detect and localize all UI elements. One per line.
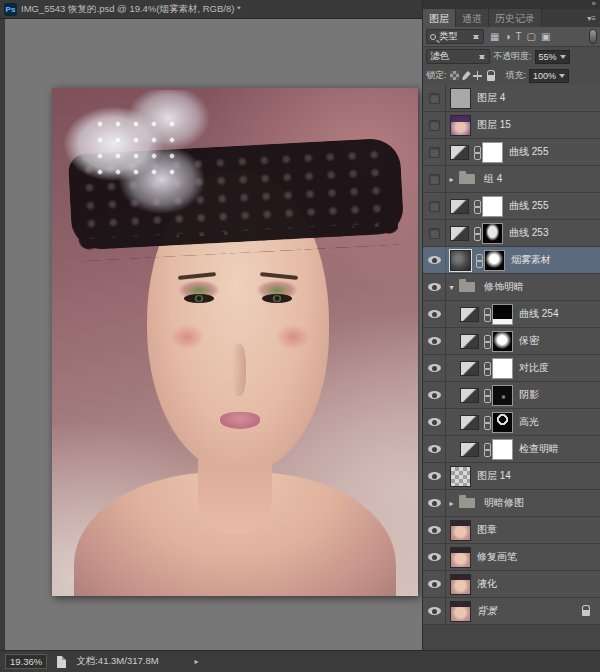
visibility-toggle[interactable] [423,544,446,570]
layer-thumbnail[interactable] [450,520,471,541]
layer-thumbnail[interactable] [450,547,471,568]
layer-row-background[interactable]: 背景 [423,598,600,625]
layer-row[interactable]: 曲线 254 [423,301,600,328]
curves-adjustment-icon[interactable] [460,334,479,349]
visibility-toggle[interactable] [423,166,446,192]
panel-menu-icon[interactable]: ▾≡ [587,9,600,27]
visibility-toggle[interactable] [423,382,446,408]
fill-field[interactable]: 100% [529,69,569,83]
canvas-work-area[interactable] [0,19,422,650]
visibility-toggle[interactable] [423,328,446,354]
layer-name[interactable]: 阴影 [519,388,539,402]
layer-row[interactable]: 图层 4 [423,85,600,112]
layer-mask-thumbnail[interactable] [482,196,503,217]
tab-channels[interactable]: 通道 [456,9,489,27]
collapse-triangle-icon[interactable]: ▾ [446,283,457,292]
adjustment-filter-icon[interactable]: ◑ [504,31,510,42]
filter-kind-dropdown[interactable]: 类型 [426,29,484,44]
visibility-toggle[interactable] [423,112,446,138]
layer-name[interactable]: 修复画笔 [477,550,517,564]
visibility-toggle[interactable] [423,517,446,543]
status-flyout-icon[interactable]: ▸ [195,657,199,666]
layer-name[interactable]: 高光 [519,415,539,429]
mask-link-icon[interactable] [473,227,480,240]
layer-row[interactable]: 图层 15 [423,112,600,139]
layer-name[interactable]: 曲线 255 [509,199,548,213]
visibility-toggle[interactable] [423,490,446,516]
layer-name[interactable]: 液化 [477,577,497,591]
group-name[interactable]: 组 4 [484,172,502,186]
group-row[interactable]: ▸ 明暗修图 [423,490,600,517]
visibility-toggle[interactable] [423,139,446,165]
mask-link-icon[interactable] [483,335,490,348]
layer-name[interactable]: 图章 [477,523,497,537]
layer-name[interactable]: 检查明暗 [519,442,559,456]
mask-link-icon[interactable] [475,254,482,267]
expand-triangle-icon[interactable]: ▸ [446,175,457,184]
mask-link-icon[interactable] [483,443,490,456]
layer-name[interactable]: 图层 4 [477,91,505,105]
layer-name[interactable]: 背景 [477,604,497,618]
layer-row[interactable]: 高光 [423,409,600,436]
layer-row[interactable]: 修复画笔 [423,544,600,571]
layer-name[interactable]: 曲线 255 [509,145,548,159]
layer-thumbnail[interactable] [450,574,471,595]
layer-name[interactable]: 图层 15 [477,118,511,132]
visibility-toggle[interactable] [423,274,446,300]
visibility-toggle[interactable] [423,598,446,624]
visibility-toggle[interactable] [423,85,446,111]
type-filter-icon[interactable]: T [516,31,522,42]
visibility-toggle[interactable] [423,463,446,489]
lock-position-icon[interactable] [473,71,482,80]
layer-row[interactable]: 图章 [423,517,600,544]
layer-mask-thumbnail[interactable] [492,412,513,433]
layer-thumbnail[interactable] [450,88,471,109]
lock-pixels-icon[interactable] [461,70,470,80]
dock-header[interactable]: » [423,0,600,9]
layer-name[interactable]: 对比度 [519,361,549,375]
layer-mask-thumbnail[interactable] [492,358,513,379]
pixel-filter-icon[interactable]: ▦ [490,31,499,42]
curves-adjustment-icon[interactable] [450,226,469,241]
group-name[interactable]: 修饰明暗 [484,280,524,294]
layer-name[interactable]: 烟雾素材 [511,253,551,267]
curves-adjustment-icon[interactable] [460,307,479,322]
group-row[interactable]: ▸ 组 4 [423,166,600,193]
zoom-level-field[interactable]: 19.36% [5,654,47,669]
layer-row-selected[interactable]: 烟雾素材 [423,247,600,274]
curves-adjustment-icon[interactable] [450,145,469,160]
layer-name[interactable]: 曲线 253 [509,226,548,240]
collapse-dock-icon[interactable]: » [592,0,596,8]
visibility-toggle[interactable] [423,571,446,597]
layer-name[interactable]: 图层 14 [477,469,511,483]
mask-link-icon[interactable] [483,416,490,429]
curves-adjustment-icon[interactable] [460,361,479,376]
layer-name[interactable]: 保密 [519,334,539,348]
blend-mode-dropdown[interactable]: 滤色 [426,49,490,64]
visibility-toggle[interactable] [423,409,446,435]
layer-row[interactable]: 保密 [423,328,600,355]
layer-row[interactable]: 曲线 255 [423,193,600,220]
canvas-image[interactable] [52,88,418,596]
visibility-toggle[interactable] [423,220,446,246]
layer-row[interactable]: 对比度 [423,355,600,382]
curves-adjustment-icon[interactable] [460,388,479,403]
curves-adjustment-icon[interactable] [460,415,479,430]
layer-mask-thumbnail[interactable] [482,142,503,163]
mask-link-icon[interactable] [483,308,490,321]
layer-thumbnail[interactable] [450,601,471,622]
mask-link-icon[interactable] [473,146,480,159]
curves-adjustment-icon[interactable] [460,442,479,457]
lock-transparency-icon[interactable] [450,71,459,80]
visibility-toggle[interactable] [423,436,446,462]
mask-link-icon[interactable] [483,389,490,402]
group-row[interactable]: ▾ 修饰明暗 [423,274,600,301]
layer-row[interactable]: 检查明暗 [423,436,600,463]
layer-thumbnail[interactable] [450,466,471,487]
layer-mask-thumbnail[interactable] [492,385,513,406]
layer-mask-thumbnail[interactable] [492,439,513,460]
shape-filter-icon[interactable]: ▢ [527,31,536,42]
lock-all-icon[interactable] [487,75,495,81]
layer-mask-thumbnail[interactable] [482,223,503,244]
document-title-bar[interactable]: Ps IMG_5543 恢复的.psd @ 19.4%(烟雾素材, RGB/8)… [0,0,422,19]
